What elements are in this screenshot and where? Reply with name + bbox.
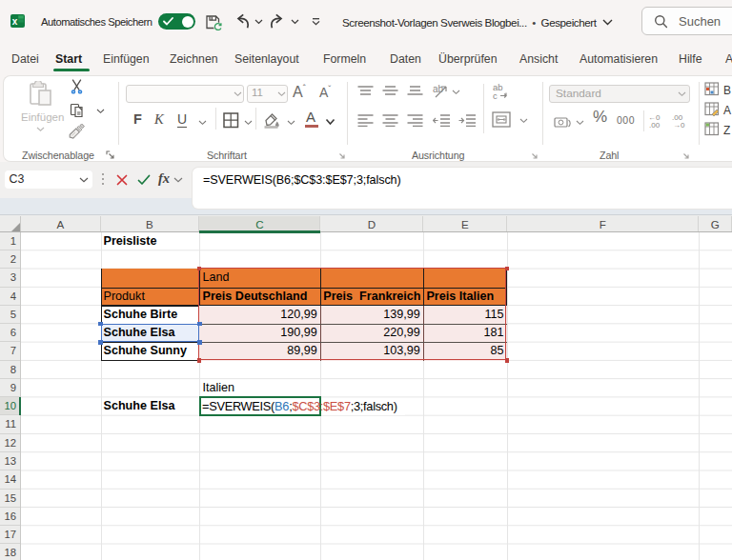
svg-text:c: c [493, 90, 498, 101]
svg-text:→0: →0 [673, 121, 685, 129]
svg-text:x: x [12, 16, 18, 27]
svg-text:ab: ab [433, 84, 444, 94]
svg-text:.00: .00 [649, 121, 661, 129]
